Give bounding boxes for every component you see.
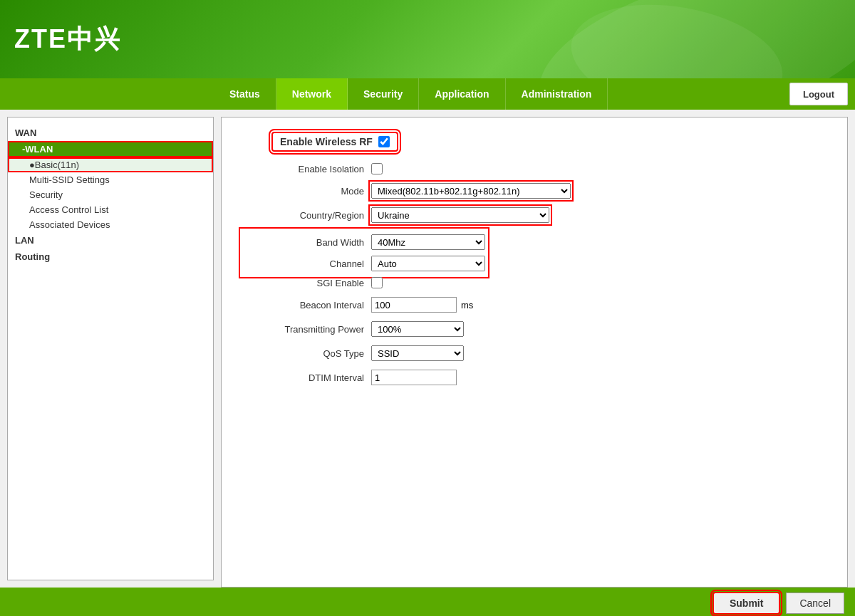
qos-type-label: QoS Type	[243, 348, 371, 359]
sgi-enable-row: SGI Enable	[243, 277, 826, 288]
enable-wireless-rf-box: Enable Wireless RF	[271, 132, 398, 152]
tab-network[interactable]: Network	[276, 78, 348, 110]
beacon-interval-label: Beacon Interval	[243, 300, 371, 310]
logout-button[interactable]: Logout	[789, 83, 848, 105]
sidebar: WAN -WLAN ●Basic(11n) Multi-SSID Setting…	[7, 117, 214, 580]
main-layout: WAN -WLAN ●Basic(11n) Multi-SSID Setting…	[0, 110, 855, 588]
country-select-wrap: Ukraine United States Germany France	[371, 207, 549, 223]
qos-type-row: QoS Type SSID WMM	[243, 345, 826, 361]
submit-button[interactable]: Submit	[712, 592, 780, 615]
cancel-button[interactable]: Cancel	[786, 592, 844, 614]
sidebar-item-acl[interactable]: Access Control List	[8, 202, 213, 217]
country-select[interactable]: Ukraine United States Germany France	[371, 207, 549, 223]
tab-status[interactable]: Status	[214, 78, 276, 110]
sidebar-section-routing: Routing	[8, 249, 213, 265]
sidebar-item-wlan[interactable]: -WLAN	[8, 141, 213, 157]
transmitting-power-row: Transmitting Power 100% 75% 50% 25%	[243, 321, 826, 337]
enable-wireless-rf-label: Enable Wireless RF	[280, 136, 373, 147]
dtim-interval-label: DTIM Interval	[243, 372, 371, 383]
bandwidth-row: Band Width 40Mhz 20Mhz	[243, 234, 485, 250]
tab-administration[interactable]: Administration	[506, 78, 608, 110]
tab-application[interactable]: Application	[419, 78, 505, 110]
logo: ZTE中兴	[14, 22, 121, 57]
qos-type-select[interactable]: SSID WMM	[371, 345, 464, 361]
enable-isolation-row: Enable Isolation	[243, 163, 826, 174]
channel-label: Channel	[243, 259, 371, 269]
enable-wireless-rf-checkbox[interactable]	[378, 136, 390, 147]
header: ZTE中兴	[0, 0, 855, 78]
enable-isolation-label: Enable Isolation	[243, 164, 371, 174]
mode-row: Mode Mixed(802.11b+802.11g+802.11n) 802.…	[243, 183, 826, 199]
country-region-label: Country/Region	[243, 210, 371, 221]
sidebar-item-basic11n[interactable]: ●Basic(11n)	[8, 157, 213, 172]
bandwidth-channel-group: Band Width 40Mhz 20Mhz Channel Auto 1 2 …	[243, 231, 485, 274]
navbar: Status Network Security Application Admi…	[0, 78, 855, 110]
sidebar-item-security[interactable]: Security	[8, 187, 213, 202]
sidebar-section-wan: WAN	[8, 125, 213, 141]
bandwidth-select[interactable]: 40Mhz 20Mhz	[371, 234, 485, 250]
dtim-interval-row: DTIM Interval	[243, 370, 826, 385]
sgi-enable-checkbox[interactable]	[371, 277, 383, 288]
mode-select[interactable]: Mixed(802.11b+802.11g+802.11n) 802.11b o…	[371, 183, 571, 199]
sidebar-section-lan: LAN	[8, 232, 213, 249]
tab-security[interactable]: Security	[348, 78, 419, 110]
footer-bar: Submit Cancel	[0, 588, 855, 616]
country-region-row: Country/Region Ukraine United States Ger…	[243, 207, 826, 223]
beacon-interval-row: Beacon Interval ms	[243, 297, 826, 313]
channel-select[interactable]: Auto 1 2 3 6 11	[371, 256, 485, 271]
channel-row: Channel Auto 1 2 3 6 11	[243, 256, 485, 271]
enable-isolation-checkbox[interactable]	[371, 163, 383, 174]
enable-wireless-rf-row: Enable Wireless RF	[271, 132, 826, 152]
transmitting-power-label: Transmitting Power	[243, 324, 371, 335]
sgi-enable-label: SGI Enable	[243, 278, 371, 288]
sidebar-item-multissid[interactable]: Multi-SSID Settings	[8, 172, 213, 187]
beacon-interval-unit: ms	[461, 300, 473, 310]
sidebar-item-associated[interactable]: Associated Devices	[8, 217, 213, 232]
beacon-interval-input[interactable]	[371, 297, 457, 313]
mode-label: Mode	[243, 186, 371, 197]
transmitting-power-select[interactable]: 100% 75% 50% 25%	[371, 321, 464, 337]
bandwidth-label: Band Width	[243, 237, 371, 248]
mode-select-wrap: Mixed(802.11b+802.11g+802.11n) 802.11b o…	[371, 183, 571, 199]
content-area: Enable Wireless RF Enable Isolation Mode…	[221, 117, 848, 588]
dtim-interval-input[interactable]	[371, 370, 457, 385]
